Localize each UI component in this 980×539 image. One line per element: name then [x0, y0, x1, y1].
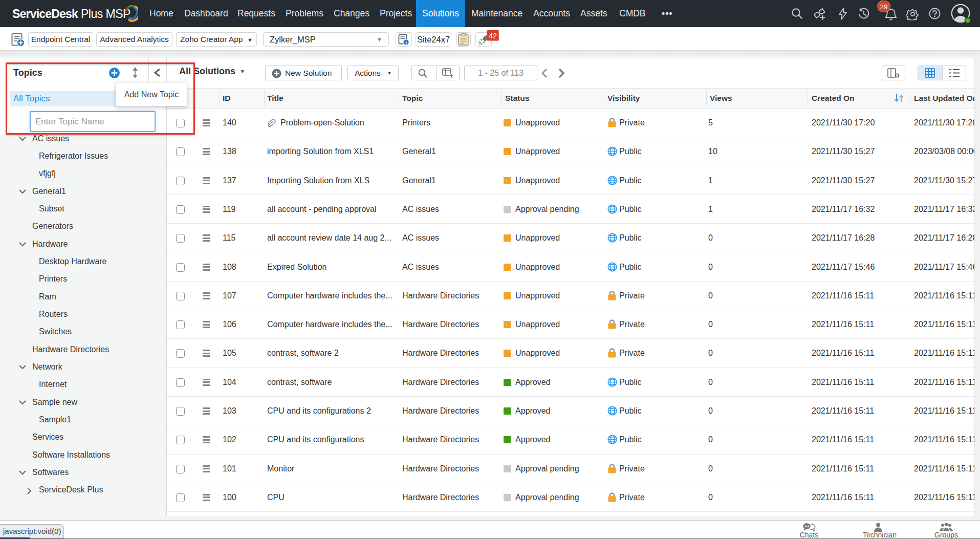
svg-text:i: i: [405, 40, 407, 46]
